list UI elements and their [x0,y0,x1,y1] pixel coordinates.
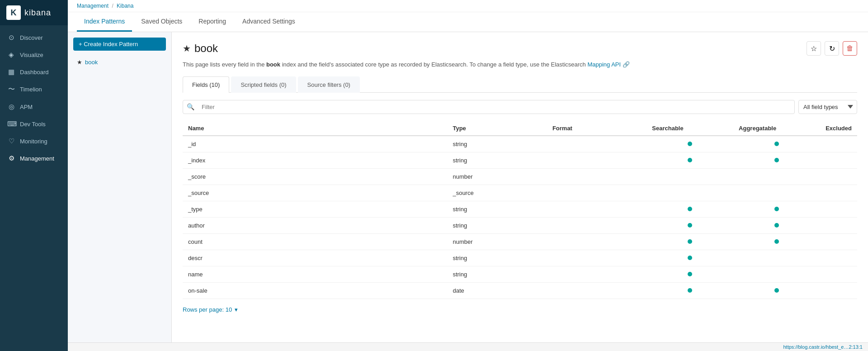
content-wrapper: + Create Index Pattern ★ book ★ book ☆ ↻… [68,32,868,351]
index-pattern-name: book [194,42,218,55]
description-text: This page lists every field in the book … [183,60,857,69]
cell-name: _score [183,168,447,185]
breadcrumb: Management / Kibana [68,0,868,12]
cell-searchable [646,185,733,201]
field-tabs: Fields (10) Scripted fields (0) Source f… [183,76,857,93]
cell-type: string [447,217,547,233]
right-panel: ★ book ☆ ↻ 🗑 This page lists every field… [172,32,868,351]
sidebar-navigation: ⊙ Discover ◈ Visualize ▦ Dashboard 〜 Tim… [0,25,68,351]
table-row: authorstring [183,217,857,233]
searchable-dot [688,142,692,146]
tab-reporting[interactable]: Reporting [191,12,233,32]
cell-aggregatable [733,185,820,201]
cell-type: string [447,266,547,282]
filter-input[interactable] [198,100,794,114]
table-row: descrstring [183,250,857,266]
cell-excluded [820,168,857,185]
desc-bold-index: book [266,61,280,68]
sidebar-item-monitoring[interactable]: ♡ Monitoring [0,133,68,150]
cell-excluded [820,266,857,282]
sidebar-item-label: Discover [20,34,43,41]
cell-searchable [646,250,733,266]
left-panel: + Create Index Pattern ★ book [68,32,172,351]
cell-format [547,217,646,233]
tab-saved-objects[interactable]: Saved Objects [134,12,189,32]
aggregatable-dot [774,142,779,146]
searchable-dot [688,239,692,244]
main-nav-tabs: Index Patterns Saved Objects Reporting A… [68,12,868,32]
cell-name: _type [183,201,447,217]
cell-type: string [447,201,547,217]
cell-aggregatable [733,250,820,266]
pagination-row[interactable]: Rows per page: 10 ▾ [183,306,857,313]
searchable-dot [688,207,692,211]
sidebar-item-discover[interactable]: ⊙ Discover [0,29,68,46]
cell-aggregatable [733,282,820,299]
sidebar-item-management[interactable]: ⚙ Management [0,150,68,167]
sidebar-item-label: APM [20,104,33,110]
cell-excluded [820,250,857,266]
timelion-icon: 〜 [7,85,15,94]
cell-name: name [183,266,447,282]
aggregatable-dot [774,158,779,162]
sidebar-item-label: Monitoring [20,138,47,145]
filter-search-icon: 🔍 [183,103,198,110]
tab-source-filters[interactable]: Source filters (0) [298,76,360,93]
sidebar-item-label: Dev Tools [20,121,46,128]
sidebar-item-apm[interactable]: ◎ APM [0,98,68,115]
tab-advanced-settings[interactable]: Advanced Settings [235,12,302,32]
top-header: Management / Kibana Index Patterns Saved… [68,0,868,32]
create-index-pattern-button[interactable]: + Create Index Pattern [73,38,166,51]
discover-icon: ⊙ [7,33,15,42]
cell-format [547,185,646,201]
cell-searchable [646,152,733,168]
sidebar-item-label: Timelion [20,86,42,93]
cell-aggregatable [733,217,820,233]
cell-format [547,152,646,168]
dev-tools-icon: ⌨ [7,120,15,128]
cell-searchable [646,266,733,282]
tab-index-patterns[interactable]: Index Patterns [77,12,132,32]
cell-type: string [447,152,547,168]
aggregatable-dot [774,288,779,293]
breadcrumb-management[interactable]: Management [77,3,108,9]
field-type-select[interactable]: All field types string number date boole… [798,100,857,114]
cell-excluded [820,152,857,168]
fields-table: Name Type Format Searchable Aggregatable… [183,121,857,299]
aggregatable-dot [774,239,779,244]
sidebar-item-dev-tools[interactable]: ⌨ Dev Tools [0,115,68,133]
table-row: _scorenumber [183,168,857,185]
cell-aggregatable [733,233,820,250]
pattern-item-book[interactable]: ★ book [73,56,166,68]
aggregatable-dot [774,207,779,211]
sidebar-item-dashboard[interactable]: ▦ Dashboard [0,63,68,81]
title-actions: ☆ ↻ 🗑 [807,41,857,56]
status-bar-url[interactable]: https://blog.castr.io/hbest_e…2:13:1 [783,344,863,350]
title-star-icon: ★ [183,43,191,54]
sidebar-item-label: Management [20,155,54,162]
sidebar-item-label: Visualize [20,52,43,58]
cell-name: _source [183,185,447,201]
cell-searchable [646,201,733,217]
tab-scripted-fields[interactable]: Scripted fields (0) [231,76,296,93]
cell-format [547,233,646,250]
table-row: _source_source [183,185,857,201]
delete-button[interactable]: 🗑 [843,41,857,56]
cell-excluded [820,282,857,299]
mapping-api-link[interactable]: Mapping API [587,61,621,68]
cell-format [547,250,646,266]
tab-fields[interactable]: Fields (10) [183,76,229,93]
cell-type: number [447,233,547,250]
visualize-icon: ◈ [7,51,15,59]
cell-name: author [183,217,447,233]
status-bar: https://blog.castr.io/hbest_e…2:13:1 [68,342,868,351]
cell-aggregatable [733,201,820,217]
cell-type: string [447,250,547,266]
refresh-button[interactable]: ↻ [825,41,839,56]
sidebar-item-visualize[interactable]: ◈ Visualize [0,46,68,63]
set-default-button[interactable]: ☆ [807,41,821,56]
breadcrumb-kibana[interactable]: Kibana [117,3,133,9]
cell-name: _id [183,136,447,152]
col-header-excluded: Excluded [820,121,857,136]
sidebar-item-timelion[interactable]: 〜 Timelion [0,81,68,98]
